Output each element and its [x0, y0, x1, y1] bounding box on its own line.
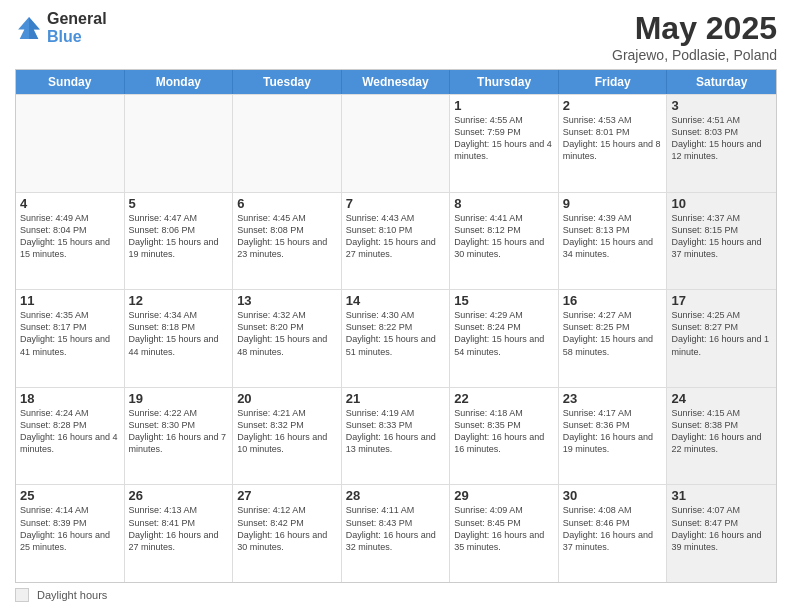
- cal-cell: 14Sunrise: 4:30 AM Sunset: 8:22 PM Dayli…: [342, 290, 451, 387]
- day-number: 22: [454, 391, 554, 406]
- cell-info: Sunrise: 4:07 AM Sunset: 8:47 PM Dayligh…: [671, 504, 772, 553]
- day-number: 1: [454, 98, 554, 113]
- cell-info: Sunrise: 4:37 AM Sunset: 8:15 PM Dayligh…: [671, 212, 772, 261]
- cal-cell: 22Sunrise: 4:18 AM Sunset: 8:35 PM Dayli…: [450, 388, 559, 485]
- cal-cell: 11Sunrise: 4:35 AM Sunset: 8:17 PM Dayli…: [16, 290, 125, 387]
- legend-label: Daylight hours: [37, 589, 107, 601]
- cell-info: Sunrise: 4:08 AM Sunset: 8:46 PM Dayligh…: [563, 504, 663, 553]
- cell-info: Sunrise: 4:25 AM Sunset: 8:27 PM Dayligh…: [671, 309, 772, 358]
- cal-cell: [342, 95, 451, 192]
- legend-box: [15, 588, 29, 602]
- cell-info: Sunrise: 4:14 AM Sunset: 8:39 PM Dayligh…: [20, 504, 120, 553]
- day-number: 17: [671, 293, 772, 308]
- calendar-week-5: 25Sunrise: 4:14 AM Sunset: 8:39 PM Dayli…: [16, 484, 776, 582]
- cell-info: Sunrise: 4:18 AM Sunset: 8:35 PM Dayligh…: [454, 407, 554, 456]
- cal-cell: [16, 95, 125, 192]
- day-number: 4: [20, 196, 120, 211]
- day-number: 14: [346, 293, 446, 308]
- calendar-week-4: 18Sunrise: 4:24 AM Sunset: 8:28 PM Dayli…: [16, 387, 776, 485]
- day-number: 29: [454, 488, 554, 503]
- cell-info: Sunrise: 4:51 AM Sunset: 8:03 PM Dayligh…: [671, 114, 772, 163]
- day-number: 12: [129, 293, 229, 308]
- cell-info: Sunrise: 4:22 AM Sunset: 8:30 PM Dayligh…: [129, 407, 229, 456]
- day-number: 19: [129, 391, 229, 406]
- calendar-header: SundayMondayTuesdayWednesdayThursdayFrid…: [16, 70, 776, 94]
- cell-info: Sunrise: 4:39 AM Sunset: 8:13 PM Dayligh…: [563, 212, 663, 261]
- cell-info: Sunrise: 4:29 AM Sunset: 8:24 PM Dayligh…: [454, 309, 554, 358]
- logo: General Blue: [15, 10, 107, 45]
- cal-cell: 2Sunrise: 4:53 AM Sunset: 8:01 PM Daylig…: [559, 95, 668, 192]
- cal-cell: [233, 95, 342, 192]
- cal-cell: 9Sunrise: 4:39 AM Sunset: 8:13 PM Daylig…: [559, 193, 668, 290]
- cell-info: Sunrise: 4:17 AM Sunset: 8:36 PM Dayligh…: [563, 407, 663, 456]
- day-number: 8: [454, 196, 554, 211]
- day-number: 6: [237, 196, 337, 211]
- cal-cell: 8Sunrise: 4:41 AM Sunset: 8:12 PM Daylig…: [450, 193, 559, 290]
- day-number: 2: [563, 98, 663, 113]
- cal-cell: 20Sunrise: 4:21 AM Sunset: 8:32 PM Dayli…: [233, 388, 342, 485]
- cell-info: Sunrise: 4:41 AM Sunset: 8:12 PM Dayligh…: [454, 212, 554, 261]
- svg-marker-1: [29, 17, 40, 39]
- cal-cell: 19Sunrise: 4:22 AM Sunset: 8:30 PM Dayli…: [125, 388, 234, 485]
- day-number: 3: [671, 98, 772, 113]
- cell-info: Sunrise: 4:27 AM Sunset: 8:25 PM Dayligh…: [563, 309, 663, 358]
- cal-cell: 17Sunrise: 4:25 AM Sunset: 8:27 PM Dayli…: [667, 290, 776, 387]
- subtitle: Grajewo, Podlasie, Poland: [612, 47, 777, 63]
- cal-cell: 1Sunrise: 4:55 AM Sunset: 7:59 PM Daylig…: [450, 95, 559, 192]
- header-day-thursday: Thursday: [450, 70, 559, 94]
- day-number: 20: [237, 391, 337, 406]
- cal-cell: 15Sunrise: 4:29 AM Sunset: 8:24 PM Dayli…: [450, 290, 559, 387]
- cal-cell: 7Sunrise: 4:43 AM Sunset: 8:10 PM Daylig…: [342, 193, 451, 290]
- day-number: 9: [563, 196, 663, 211]
- cal-cell: [125, 95, 234, 192]
- cal-cell: 18Sunrise: 4:24 AM Sunset: 8:28 PM Dayli…: [16, 388, 125, 485]
- cal-cell: 26Sunrise: 4:13 AM Sunset: 8:41 PM Dayli…: [125, 485, 234, 582]
- day-number: 31: [671, 488, 772, 503]
- day-number: 5: [129, 196, 229, 211]
- cal-cell: 31Sunrise: 4:07 AM Sunset: 8:47 PM Dayli…: [667, 485, 776, 582]
- cal-cell: 5Sunrise: 4:47 AM Sunset: 8:06 PM Daylig…: [125, 193, 234, 290]
- cal-cell: 30Sunrise: 4:08 AM Sunset: 8:46 PM Dayli…: [559, 485, 668, 582]
- cal-cell: 21Sunrise: 4:19 AM Sunset: 8:33 PM Dayli…: [342, 388, 451, 485]
- cell-info: Sunrise: 4:35 AM Sunset: 8:17 PM Dayligh…: [20, 309, 120, 358]
- day-number: 18: [20, 391, 120, 406]
- cell-info: Sunrise: 4:09 AM Sunset: 8:45 PM Dayligh…: [454, 504, 554, 553]
- cell-info: Sunrise: 4:15 AM Sunset: 8:38 PM Dayligh…: [671, 407, 772, 456]
- header-day-friday: Friday: [559, 70, 668, 94]
- day-number: 10: [671, 196, 772, 211]
- cal-cell: 6Sunrise: 4:45 AM Sunset: 8:08 PM Daylig…: [233, 193, 342, 290]
- day-number: 13: [237, 293, 337, 308]
- day-number: 7: [346, 196, 446, 211]
- cell-info: Sunrise: 4:30 AM Sunset: 8:22 PM Dayligh…: [346, 309, 446, 358]
- calendar-body: 1Sunrise: 4:55 AM Sunset: 7:59 PM Daylig…: [16, 94, 776, 582]
- calendar-week-1: 1Sunrise: 4:55 AM Sunset: 7:59 PM Daylig…: [16, 94, 776, 192]
- day-number: 28: [346, 488, 446, 503]
- calendar-week-2: 4Sunrise: 4:49 AM Sunset: 8:04 PM Daylig…: [16, 192, 776, 290]
- logo-text: General Blue: [47, 10, 107, 45]
- footer: Daylight hours: [15, 588, 777, 602]
- day-number: 24: [671, 391, 772, 406]
- cal-cell: 16Sunrise: 4:27 AM Sunset: 8:25 PM Dayli…: [559, 290, 668, 387]
- cell-info: Sunrise: 4:13 AM Sunset: 8:41 PM Dayligh…: [129, 504, 229, 553]
- cal-cell: 3Sunrise: 4:51 AM Sunset: 8:03 PM Daylig…: [667, 95, 776, 192]
- cell-info: Sunrise: 4:12 AM Sunset: 8:42 PM Dayligh…: [237, 504, 337, 553]
- cell-info: Sunrise: 4:55 AM Sunset: 7:59 PM Dayligh…: [454, 114, 554, 163]
- cell-info: Sunrise: 4:19 AM Sunset: 8:33 PM Dayligh…: [346, 407, 446, 456]
- day-number: 30: [563, 488, 663, 503]
- day-number: 27: [237, 488, 337, 503]
- cal-cell: 12Sunrise: 4:34 AM Sunset: 8:18 PM Dayli…: [125, 290, 234, 387]
- logo-icon: [15, 14, 43, 42]
- cal-cell: 10Sunrise: 4:37 AM Sunset: 8:15 PM Dayli…: [667, 193, 776, 290]
- calendar: SundayMondayTuesdayWednesdayThursdayFrid…: [15, 69, 777, 583]
- cell-info: Sunrise: 4:21 AM Sunset: 8:32 PM Dayligh…: [237, 407, 337, 456]
- header: General Blue May 2025 Grajewo, Podlasie,…: [15, 10, 777, 63]
- header-day-tuesday: Tuesday: [233, 70, 342, 94]
- cell-info: Sunrise: 4:53 AM Sunset: 8:01 PM Dayligh…: [563, 114, 663, 163]
- cal-cell: 28Sunrise: 4:11 AM Sunset: 8:43 PM Dayli…: [342, 485, 451, 582]
- cell-info: Sunrise: 4:34 AM Sunset: 8:18 PM Dayligh…: [129, 309, 229, 358]
- day-number: 21: [346, 391, 446, 406]
- cal-cell: 27Sunrise: 4:12 AM Sunset: 8:42 PM Dayli…: [233, 485, 342, 582]
- page: General Blue May 2025 Grajewo, Podlasie,…: [0, 0, 792, 612]
- cell-info: Sunrise: 4:32 AM Sunset: 8:20 PM Dayligh…: [237, 309, 337, 358]
- cal-cell: 4Sunrise: 4:49 AM Sunset: 8:04 PM Daylig…: [16, 193, 125, 290]
